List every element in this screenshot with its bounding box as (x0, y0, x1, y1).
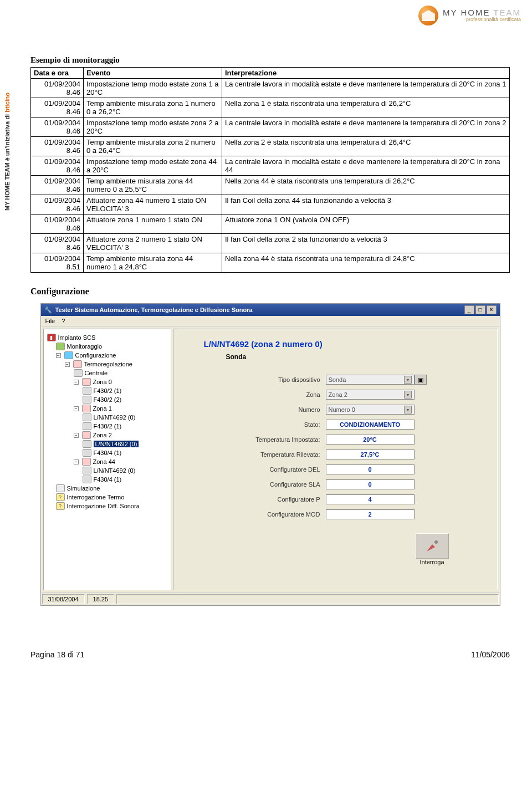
tree-z0b[interactable]: F430/2 (2) (94, 396, 122, 403)
chevron-down-icon: ▾ (404, 391, 412, 399)
tree-z1b[interactable]: F430/2 (1) (94, 423, 122, 430)
menu-help[interactable]: ? (62, 318, 65, 324)
probe-icon (424, 538, 441, 554)
label-tipo: Tipo dispositivo (215, 376, 326, 383)
config-icon (64, 351, 73, 359)
table-row: 01/09/2004 8.46Impostazione temp modo es… (31, 118, 510, 137)
table-row: 01/09/2004 8.46Temp ambiente misurata zo… (31, 137, 510, 156)
cell-interpretation: La centrale lavora in modalità estate e … (222, 79, 510, 98)
table-row: 01/09/2004 8.51Temp ambiente misurata zo… (31, 253, 510, 273)
statusbar: 31/08/2004 18.25 (41, 593, 500, 605)
tree-zona0[interactable]: Zona 0 (93, 379, 112, 385)
cell-event: Attuatore zona 1 numero 1 stato ON (84, 214, 222, 234)
cell-event: Attuatore zona 2 numero 1 stato ON VELOC… (84, 234, 222, 253)
tree-pane: ▮Impianto SCS Monitoraggio −Configurazio… (43, 329, 171, 590)
cell-interpretation: Nella zona 44 è stata riscontrata una te… (222, 253, 510, 273)
monitoring-table: Data e ora Evento Interpretazione 01/09/… (30, 67, 510, 273)
doc-date: 11/05/2006 (471, 650, 510, 659)
value-csla: 0 (326, 479, 415, 489)
cell-event: Impostazione temp modo estate zona 44 a … (84, 156, 222, 176)
plant-icon: ▮ (47, 334, 56, 341)
interroga-button[interactable] (416, 533, 449, 559)
table-row: 01/09/2004 8.46Impostazione temp modo es… (31, 156, 510, 176)
collapse-icon[interactable]: − (74, 380, 79, 385)
tree-z2b[interactable]: F430/4 (1) (94, 450, 122, 456)
query-icon: ? (56, 502, 65, 510)
detail-pane: L/N/NT4692 (zona 2 numero 0) Sonda Tipo … (173, 329, 498, 590)
cell-event: Temp ambiente misurata zona 2 numero 0 a… (84, 137, 222, 156)
window-title: Tester Sistema Automazione, Termoregolaz… (55, 307, 253, 313)
collapse-icon[interactable]: − (56, 353, 61, 358)
field-tipo[interactable]: Sonda▾ (326, 375, 415, 385)
label-tril: Temperatura Rilevata: (215, 451, 326, 458)
page-number: Pagina 18 di 71 (30, 650, 84, 659)
device-icon (83, 413, 91, 421)
tree-zona2[interactable]: Zona 2 (93, 432, 112, 438)
maximize-button[interactable]: □ (475, 305, 485, 314)
tree-root[interactable]: Impianto SCS (58, 334, 96, 341)
status-date: 31/08/2004 (42, 594, 85, 604)
tree-int-diff[interactable]: Interrogazione Diff. Sonora (67, 503, 140, 509)
label-timp: Temperatura Impostata: (215, 436, 326, 443)
collapse-icon[interactable]: − (74, 406, 79, 411)
cell-interpretation: Il fan Coil della zona 44 sta funzionand… (222, 195, 510, 214)
chevron-down-icon: ▾ (404, 376, 412, 384)
device-icon (83, 422, 91, 430)
device-icon (83, 396, 91, 404)
tree-simulazione[interactable]: Simulazione (67, 485, 100, 492)
cell-event: Attuatore zona 44 numero 1 stato ON VELO… (84, 195, 222, 214)
collapse-icon[interactable]: − (74, 433, 79, 438)
cell-event: Temp ambiente misurata zona 1 numero 0 a… (84, 98, 222, 118)
tree-z1a[interactable]: L/N/NT4692 (0) (94, 414, 136, 421)
cell-interpretation: Attuatore zona 1 ON (valvola ON OFF) (222, 214, 510, 234)
detail-title: L/N/NT4692 (zona 2 numero 0) (204, 339, 489, 349)
menu-file[interactable]: File (45, 318, 55, 324)
tree-centrale[interactable]: Centrale (85, 370, 108, 376)
app-icon: 🔧 (44, 307, 52, 314)
logo-ball-icon (418, 6, 438, 25)
query-icon: ? (56, 493, 65, 501)
menubar: File ? (41, 316, 500, 326)
tree-z44a[interactable]: L/N/NT4692 (0) (94, 467, 136, 474)
field-numero[interactable]: Numero 0▾ (326, 405, 415, 415)
label-stato: Stato: (215, 421, 326, 428)
tree-monitoraggio[interactable]: Monitoraggio (67, 343, 103, 350)
titlebar: 🔧 Tester Sistema Automazione, Termoregol… (41, 304, 500, 316)
close-button[interactable]: × (487, 305, 497, 314)
table-row: 01/09/2004 8.46Attuatore zona 2 numero 1… (31, 234, 510, 253)
cell-event: Impostazione temp modo estate zona 2 a 2… (84, 118, 222, 137)
tree-termoregolazione[interactable]: Termoregolazione (84, 361, 132, 367)
field-zona[interactable]: Zona 2▾ (326, 390, 415, 400)
label-csla: Configuratore SLA (215, 481, 326, 488)
detail-subtitle: Sonda (226, 353, 489, 361)
device-icon (83, 387, 91, 395)
cell-interpretation: Nella zona 1 è stata riscontrata una tem… (222, 98, 510, 118)
interroga-label: Interroga (376, 559, 489, 565)
device-icon (83, 467, 91, 474)
sidebar-branding: MY HOME TEAM è un'iniziativa di bticino (4, 17, 15, 211)
collapse-icon[interactable]: − (74, 459, 79, 464)
device-icon (83, 440, 91, 448)
tree-int-termo[interactable]: Interrogazione Termo (67, 494, 125, 500)
value-cp: 4 (326, 494, 415, 504)
cell-datetime: 01/09/2004 8.46 (31, 79, 84, 98)
cell-interpretation: Nella zona 44 è stata riscontrata una te… (222, 176, 510, 195)
table-row: 01/09/2004 8.46Attuatore zona 1 numero 1… (31, 214, 510, 234)
tree-z44b[interactable]: F430/4 (1) (94, 476, 122, 483)
minimize-button[interactable]: _ (464, 305, 474, 314)
cell-datetime: 01/09/2004 8.46 (31, 156, 84, 176)
tree-zona1[interactable]: Zona 1 (93, 405, 112, 412)
header-logo: MY HOME TEAM professionalità certificata (418, 6, 521, 25)
tree-configurazione[interactable]: Configurazione (75, 352, 116, 359)
section-title: Esempio di monitoraggio (30, 55, 510, 65)
cell-datetime: 01/09/2004 8.46 (31, 118, 84, 137)
tree-zona44[interactable]: Zona 44 (93, 458, 115, 465)
table-row: 01/09/2004 8.46Temp ambiente misurata zo… (31, 98, 510, 118)
cell-datetime: 01/09/2004 8.46 (31, 176, 84, 195)
tree-z2a-selected[interactable]: L/N/NT4692 (0) (94, 441, 139, 447)
cell-datetime: 01/09/2004 8.46 (31, 234, 84, 253)
device-info-button[interactable]: ▣ (415, 375, 427, 385)
tree-z0a[interactable]: F430/2 (1) (94, 387, 122, 394)
collapse-icon[interactable]: − (65, 362, 70, 367)
device-icon (83, 476, 91, 483)
